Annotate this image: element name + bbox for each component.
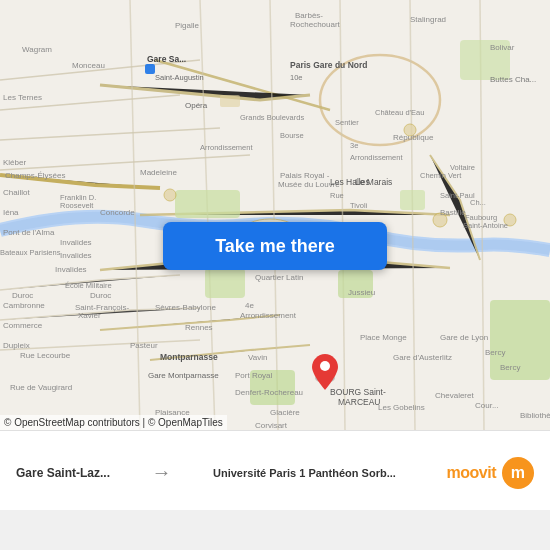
moovit-branding: moovit m bbox=[447, 457, 534, 489]
svg-rect-13 bbox=[205, 268, 245, 298]
svg-text:Sèvres-Babylone: Sèvres-Babylone bbox=[155, 303, 216, 312]
svg-text:Monceau: Monceau bbox=[72, 61, 105, 70]
app-container: Wagram Monceau Pigalle Barbès- Rochechou… bbox=[0, 0, 550, 550]
svg-text:4e: 4e bbox=[245, 301, 254, 310]
svg-text:Rue Lecourbe: Rue Lecourbe bbox=[20, 351, 71, 360]
svg-text:Sentier: Sentier bbox=[335, 118, 359, 127]
svg-text:Duroc: Duroc bbox=[12, 291, 33, 300]
svg-rect-21 bbox=[220, 95, 240, 107]
svg-text:Pasteur: Pasteur bbox=[130, 341, 158, 350]
svg-text:3e: 3e bbox=[350, 141, 358, 150]
svg-text:Champs-Élysées: Champs-Élysées bbox=[5, 171, 65, 180]
svg-text:Concorde: Concorde bbox=[100, 208, 135, 217]
svg-text:Opéra: Opéra bbox=[185, 101, 208, 110]
route-destination: Université Paris 1 Panthéon Sorb... bbox=[213, 467, 413, 479]
svg-text:Bercy: Bercy bbox=[485, 348, 505, 357]
route-arrow-icon: → bbox=[144, 461, 180, 484]
svg-text:Buttes Cha...: Buttes Cha... bbox=[490, 75, 536, 84]
svg-text:Stalingrad: Stalingrad bbox=[410, 15, 446, 24]
svg-text:Ch...: Ch... bbox=[470, 198, 486, 207]
svg-text:Bourse: Bourse bbox=[280, 131, 304, 140]
svg-text:Gare d'Austerlitz: Gare d'Austerlitz bbox=[393, 353, 452, 362]
svg-text:Corvisart: Corvisart bbox=[255, 421, 288, 430]
svg-text:Wagram: Wagram bbox=[22, 45, 52, 54]
svg-text:Gare Sa...: Gare Sa... bbox=[147, 54, 186, 64]
svg-text:Vavin: Vavin bbox=[248, 353, 267, 362]
svg-text:Commerce: Commerce bbox=[3, 321, 43, 330]
svg-text:Paris Gare du Nord: Paris Gare du Nord bbox=[290, 60, 367, 70]
svg-text:École Militaire: École Militaire bbox=[65, 281, 112, 290]
svg-point-115 bbox=[320, 361, 330, 371]
svg-text:Cambronne: Cambronne bbox=[3, 301, 45, 310]
svg-text:Rennes: Rennes bbox=[185, 323, 213, 332]
svg-text:Rochechouart: Rochechouart bbox=[290, 20, 341, 29]
svg-text:Madeleine: Madeleine bbox=[140, 168, 177, 177]
svg-text:République: République bbox=[393, 133, 434, 142]
svg-text:BOURG Saint-: BOURG Saint- bbox=[330, 387, 386, 397]
svg-text:Montparnasse: Montparnasse bbox=[160, 352, 218, 362]
svg-point-22 bbox=[164, 189, 176, 201]
svg-text:Pont de l'Alma: Pont de l'Alma bbox=[3, 228, 55, 237]
svg-text:Invalides: Invalides bbox=[60, 251, 92, 260]
svg-text:Cour...: Cour... bbox=[475, 401, 499, 410]
svg-text:Le Marais: Le Marais bbox=[355, 177, 392, 187]
svg-text:Palais Royal -: Palais Royal - bbox=[280, 171, 330, 180]
svg-text:Arrondissement: Arrondissement bbox=[240, 311, 297, 320]
svg-text:Place Monge: Place Monge bbox=[360, 333, 407, 342]
svg-text:Rue de Vaugirard: Rue de Vaugirard bbox=[10, 383, 72, 392]
svg-rect-26 bbox=[145, 64, 155, 74]
map-svg: Wagram Monceau Pigalle Barbès- Rochechou… bbox=[0, 0, 550, 430]
svg-text:Pigalle: Pigalle bbox=[175, 21, 200, 30]
map-container: Wagram Monceau Pigalle Barbès- Rochechou… bbox=[0, 0, 550, 430]
route-origin: Gare Saint-Laz... bbox=[16, 466, 110, 480]
svg-text:Iéna: Iéna bbox=[3, 208, 19, 217]
svg-text:Arrondissement: Arrondissement bbox=[350, 153, 403, 162]
svg-text:Les Gobelins: Les Gobelins bbox=[378, 403, 425, 412]
svg-rect-18 bbox=[400, 190, 425, 210]
svg-text:Gare de Lyon: Gare de Lyon bbox=[440, 333, 488, 342]
moovit-logo-row: moovit m bbox=[447, 457, 534, 489]
svg-text:Quartier Latin: Quartier Latin bbox=[255, 273, 303, 282]
svg-text:Invalides: Invalides bbox=[55, 265, 87, 274]
svg-text:Bibliothèque: Bibliothèque bbox=[520, 411, 550, 420]
moovit-logo-icon: m bbox=[502, 457, 534, 489]
svg-text:Invalides: Invalides bbox=[60, 238, 92, 247]
svg-text:10e: 10e bbox=[290, 73, 303, 82]
svg-rect-12 bbox=[175, 190, 240, 218]
svg-text:Bolivar: Bolivar bbox=[490, 43, 515, 52]
svg-text:Chevaleret: Chevaleret bbox=[435, 391, 474, 400]
svg-text:Xavier: Xavier bbox=[78, 311, 101, 320]
svg-text:Kléber: Kléber bbox=[3, 158, 26, 167]
svg-text:Les Ternes: Les Ternes bbox=[3, 93, 42, 102]
svg-text:Bercy: Bercy bbox=[500, 363, 520, 372]
svg-text:Saint-Antoine: Saint-Antoine bbox=[463, 221, 508, 230]
svg-text:Arrondissement: Arrondissement bbox=[200, 143, 253, 152]
take-me-there-button[interactable]: Take me there bbox=[163, 222, 387, 270]
svg-text:MARCEAU: MARCEAU bbox=[338, 397, 381, 407]
svg-text:Gare Montparnasse: Gare Montparnasse bbox=[148, 371, 219, 380]
svg-text:Duroc: Duroc bbox=[90, 291, 111, 300]
svg-text:Tivoli: Tivoli bbox=[350, 201, 368, 210]
svg-text:Château d'Eau: Château d'Eau bbox=[375, 108, 424, 117]
svg-text:Barbès-: Barbès- bbox=[295, 11, 323, 20]
svg-text:Grands Boulevards: Grands Boulevards bbox=[240, 113, 304, 122]
moovit-logo-text: moovit bbox=[447, 464, 496, 482]
svg-text:Bateaux Parisiens: Bateaux Parisiens bbox=[0, 248, 61, 257]
svg-text:Bastille: Bastille bbox=[440, 208, 466, 217]
svg-text:Roosevelt: Roosevelt bbox=[60, 201, 94, 210]
svg-text:Jussieu: Jussieu bbox=[348, 288, 375, 297]
svg-text:Glacière: Glacière bbox=[270, 408, 300, 417]
svg-text:Saint-Augustin: Saint-Augustin bbox=[155, 73, 204, 82]
svg-text:Rue: Rue bbox=[330, 191, 344, 200]
map-attribution: © OpenStreetMap contributors | © OpenMap… bbox=[0, 415, 227, 430]
svg-text:Chaillot: Chaillot bbox=[3, 188, 30, 197]
route-info-strip: Gare Saint-Laz... → Université Paris 1 P… bbox=[0, 430, 550, 510]
svg-text:Chemin Vert: Chemin Vert bbox=[420, 171, 462, 180]
svg-text:Voltaire: Voltaire bbox=[450, 163, 475, 172]
svg-text:Denfert-Rochereau: Denfert-Rochereau bbox=[235, 388, 303, 397]
svg-text:Dupleix: Dupleix bbox=[3, 341, 30, 350]
svg-text:Port Royal: Port Royal bbox=[235, 371, 273, 380]
